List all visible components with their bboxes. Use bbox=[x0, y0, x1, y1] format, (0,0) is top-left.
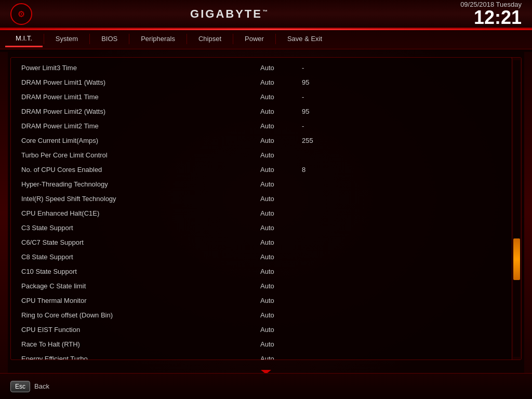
esc-key[interactable]: Esc bbox=[10, 381, 30, 392]
table-row[interactable]: DRAM Power Limit1 (Watts)Auto95 bbox=[11, 75, 521, 89]
setting-value: Auto bbox=[260, 78, 302, 86]
setting-name: Package C State limit bbox=[21, 282, 260, 290]
nav-peripherals[interactable]: Peripherals bbox=[130, 31, 185, 47]
header: ⚙ GIGABYTE™ 09/25/2018 Tuesday 12:21 bbox=[0, 0, 532, 29]
header-time: 12:21 bbox=[418, 8, 522, 27]
setting-name: Energy Efficient Turbo bbox=[21, 355, 260, 360]
accent-line bbox=[0, 29, 532, 30]
setting-name: Power Limit3 Time bbox=[21, 64, 260, 72]
main-content: Power Limit3 TimeAuto-DRAM Power Limit1 … bbox=[10, 57, 522, 360]
setting-value: Auto bbox=[260, 195, 302, 203]
table-row[interactable]: CPU EIST FunctionAuto bbox=[11, 322, 521, 337]
nav-sep-5 bbox=[233, 34, 233, 44]
setting-extra: - bbox=[302, 64, 511, 72]
table-row[interactable]: Race To Halt (RTH)Auto bbox=[11, 337, 521, 351]
setting-name: DRAM Power Limit1 Time bbox=[21, 93, 260, 101]
table-row[interactable]: C8 State SupportAuto bbox=[11, 249, 521, 264]
table-row[interactable]: Intel(R) Speed Shift TechnologyAuto bbox=[11, 191, 521, 206]
table-row[interactable]: Power Limit3 TimeAuto- bbox=[11, 60, 521, 75]
setting-value: Auto bbox=[260, 209, 302, 217]
setting-name: CPU EIST Function bbox=[21, 326, 260, 334]
header-left: ⚙ bbox=[10, 3, 42, 25]
setting-value: Auto bbox=[260, 122, 302, 130]
nav-power[interactable]: Power bbox=[234, 31, 274, 47]
setting-extra: 95 bbox=[302, 108, 511, 115]
setting-value: Auto bbox=[260, 93, 302, 101]
setting-value: Auto bbox=[260, 151, 302, 159]
setting-name: Hyper-Threading Technology bbox=[21, 180, 260, 188]
setting-value: Auto bbox=[260, 108, 302, 115]
setting-extra: - bbox=[302, 122, 511, 130]
setting-value: Auto bbox=[260, 224, 302, 232]
setting-extra: 95 bbox=[302, 78, 511, 86]
setting-value: Auto bbox=[260, 297, 302, 304]
setting-name: CPU Thermal Monitor bbox=[21, 297, 260, 304]
setting-value: Auto bbox=[260, 180, 302, 188]
setting-value: Auto bbox=[260, 238, 302, 246]
logo-text: GIGABYTE bbox=[190, 7, 262, 20]
setting-name: C8 State Support bbox=[21, 253, 260, 261]
navbar: M.I.T. System BIOS Peripherals Chipset P… bbox=[0, 29, 532, 49]
setting-value: Auto bbox=[260, 268, 302, 275]
setting-extra: - bbox=[302, 93, 511, 101]
table-row[interactable]: C6/C7 State SupportAuto bbox=[11, 235, 521, 249]
scrollbar-thumb[interactable] bbox=[513, 238, 520, 280]
nav-mit[interactable]: M.I.T. bbox=[5, 30, 43, 47]
gear-icon: ⚙ bbox=[10, 3, 32, 25]
nav-sep-2 bbox=[89, 34, 90, 44]
setting-extra: 255 bbox=[302, 137, 511, 144]
setting-name: C3 State Support bbox=[21, 224, 260, 232]
settings-list: Power Limit3 TimeAuto-DRAM Power Limit1 … bbox=[11, 58, 521, 360]
scrollbar[interactable] bbox=[512, 58, 521, 360]
setting-value: Auto bbox=[260, 340, 302, 348]
setting-value: Auto bbox=[260, 282, 302, 290]
setting-name: DRAM Power Limit2 (Watts) bbox=[21, 108, 260, 115]
table-row[interactable]: DRAM Power Limit2 (Watts)Auto95 bbox=[11, 104, 521, 118]
table-row[interactable]: Core Current Limit(Amps)Auto255 bbox=[11, 133, 521, 148]
table-row[interactable]: Hyper-Threading TechnologyAuto bbox=[11, 177, 521, 191]
setting-value: Auto bbox=[260, 326, 302, 334]
setting-name: Core Current Limit(Amps) bbox=[21, 137, 260, 144]
setting-value: Auto bbox=[260, 355, 302, 360]
table-row[interactable]: C10 State SupportAuto bbox=[11, 264, 521, 278]
setting-value: Auto bbox=[260, 137, 302, 144]
nav-save-exit[interactable]: Save & Exit bbox=[277, 31, 332, 47]
setting-name: CPU Enhanced Halt(C1E) bbox=[21, 209, 260, 217]
scrollbar-track bbox=[513, 60, 520, 357]
setting-value: Auto bbox=[260, 166, 302, 174]
side-deco-right bbox=[524, 52, 532, 373]
table-row[interactable]: C3 State SupportAuto bbox=[11, 220, 521, 235]
setting-name: Intel(R) Speed Shift Technology bbox=[21, 195, 260, 203]
back-label: Back bbox=[34, 382, 49, 390]
setting-value: Auto bbox=[260, 253, 302, 261]
setting-name: C6/C7 State Support bbox=[21, 238, 260, 246]
header-logo: GIGABYTE™ bbox=[42, 7, 418, 21]
table-row[interactable]: Energy Efficient TurboAuto bbox=[11, 351, 521, 360]
setting-name: C10 State Support bbox=[21, 268, 260, 275]
setting-value: Auto bbox=[260, 311, 302, 319]
nav-system[interactable]: System bbox=[45, 31, 88, 47]
nav-sep-3 bbox=[129, 34, 129, 44]
setting-name: DRAM Power Limit1 (Watts) bbox=[21, 78, 260, 86]
table-row[interactable]: DRAM Power Limit2 TimeAuto- bbox=[11, 118, 521, 133]
setting-name: Ring to Core offset (Down Bin) bbox=[21, 311, 260, 319]
nav-chipset[interactable]: Chipset bbox=[188, 31, 232, 47]
table-row[interactable]: No. of CPU Cores EnabledAuto8 bbox=[11, 162, 521, 177]
table-row[interactable]: Package C State limitAuto bbox=[11, 278, 521, 293]
setting-name: Turbo Per Core Limit Control bbox=[21, 151, 260, 159]
setting-value: Auto bbox=[260, 64, 302, 72]
table-row[interactable]: CPU Enhanced Halt(C1E)Auto bbox=[11, 206, 521, 220]
table-row[interactable]: Ring to Core offset (Down Bin)Auto bbox=[11, 308, 521, 322]
logo-tm: ™ bbox=[262, 8, 269, 14]
table-row[interactable]: CPU Thermal MonitorAuto bbox=[11, 293, 521, 308]
nav-bios[interactable]: BIOS bbox=[91, 31, 128, 47]
header-datetime: 09/25/2018 Tuesday 12:21 bbox=[418, 1, 522, 27]
nav-sep-6 bbox=[275, 34, 276, 44]
table-row[interactable]: Turbo Per Core Limit ControlAuto bbox=[11, 148, 521, 162]
setting-name: DRAM Power Limit2 Time bbox=[21, 122, 260, 130]
bottom-bar: Esc Back bbox=[0, 373, 532, 399]
setting-name: No. of CPU Cores Enabled bbox=[21, 166, 260, 174]
table-row[interactable]: DRAM Power Limit1 TimeAuto- bbox=[11, 89, 521, 104]
setting-extra: 8 bbox=[302, 166, 511, 174]
nav-sep-4 bbox=[187, 34, 187, 44]
